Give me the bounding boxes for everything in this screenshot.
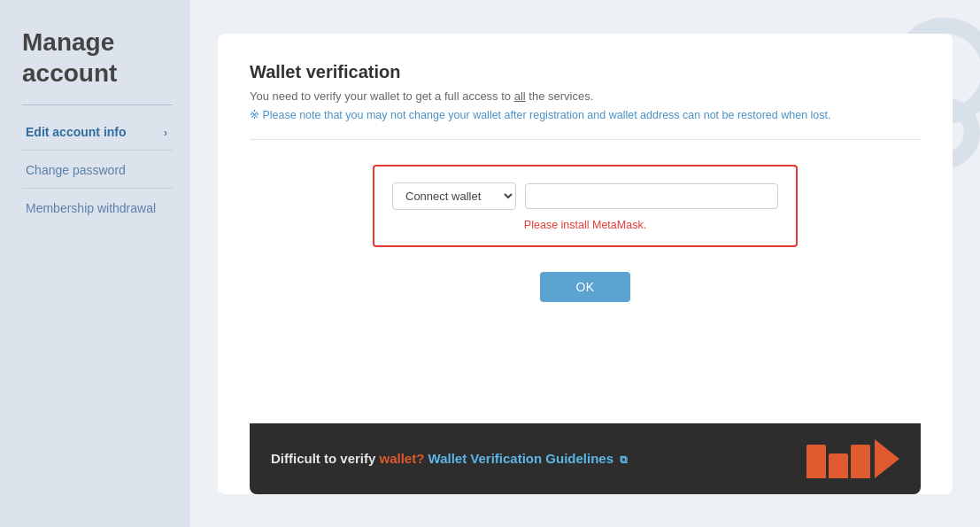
logo-arrow bbox=[875, 439, 899, 478]
card-divider bbox=[250, 139, 921, 140]
banner-logo bbox=[806, 439, 899, 478]
wallet-address-input[interactable] bbox=[525, 183, 778, 209]
wallet-input-row: Connect wallet MetaMask bbox=[392, 182, 778, 210]
sidebar-item-change-password[interactable]: Change password bbox=[22, 152, 173, 189]
wallet-form-box: Connect wallet MetaMask Please install M… bbox=[373, 165, 798, 247]
main-content: Wallet verification You need to verify y… bbox=[190, 0, 980, 527]
logo-bar-3 bbox=[851, 445, 870, 478]
logo-bar-1 bbox=[806, 445, 826, 478]
guidelines-link-text: Wallet Verification Guidelines bbox=[428, 451, 614, 466]
wallet-guidelines-link[interactable]: Wallet Verification Guidelines ⧉ bbox=[428, 451, 629, 466]
sidebar-item-label: Membership withdrawal bbox=[26, 201, 156, 215]
card-subtitle: You need to verify your wallet to get a … bbox=[250, 89, 921, 103]
sidebar-item-edit-account-info[interactable]: Edit account info › bbox=[22, 114, 173, 151]
sidebar-divider bbox=[22, 105, 173, 105]
card-note: ※ Please note that you may not change yo… bbox=[250, 108, 921, 121]
sidebar-title: Manage account bbox=[22, 27, 173, 89]
card-title: Wallet verification bbox=[250, 62, 921, 82]
sidebar-nav: Edit account info › Change password Memb… bbox=[22, 114, 173, 227]
wallet-verification-card: Wallet verification You need to verify y… bbox=[218, 34, 953, 494]
sidebar-item-label: Edit account info bbox=[26, 125, 127, 139]
sidebar-item-label: Change password bbox=[26, 163, 126, 177]
wallet-error-message: Please install MetaMask. bbox=[392, 219, 778, 231]
sidebar: Manage account Edit account info › Chang… bbox=[0, 0, 190, 527]
all-highlight: all bbox=[514, 89, 526, 103]
logo-bar-2 bbox=[829, 453, 848, 478]
banner-difficult-text: Difficult to verify bbox=[271, 451, 380, 466]
ok-button-row: OK bbox=[250, 272, 921, 302]
bottom-banner: Difficult to verify wallet? Wallet Verif… bbox=[250, 423, 921, 494]
sidebar-item-membership-withdrawal[interactable]: Membership withdrawal bbox=[22, 190, 173, 227]
chevron-right-icon: › bbox=[164, 126, 167, 139]
external-link-icon: ⧉ bbox=[620, 453, 628, 466]
ok-button[interactable]: OK bbox=[540, 272, 629, 302]
wallet-connect-select[interactable]: Connect wallet MetaMask bbox=[392, 182, 516, 210]
logo-shape bbox=[806, 439, 899, 478]
banner-wallet-text: wallet? bbox=[380, 451, 428, 466]
banner-text: Difficult to verify wallet? Wallet Verif… bbox=[271, 451, 628, 466]
